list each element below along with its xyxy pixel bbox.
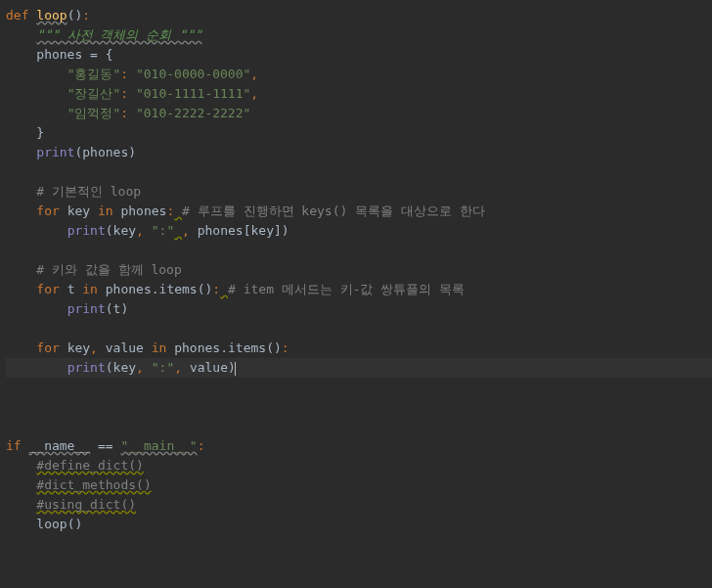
- code-line: "장길산": "010-1111-1111",: [6, 84, 712, 104]
- code-line: #dict_methods(): [6, 475, 712, 495]
- commented-call: #define_dict(): [36, 458, 144, 473]
- keyword-def: def: [6, 8, 28, 23]
- code-line: #using_dict(): [6, 495, 712, 515]
- code-line: if __name__ == "__main__":: [6, 436, 712, 456]
- comment: # 키와 값을 함께 loop: [36, 262, 181, 277]
- code-line: [6, 378, 712, 397]
- commented-call: #using_dict(): [36, 497, 136, 512]
- code-line: print(key, ":" , phones[key]): [6, 221, 712, 241]
- func-name: loop: [36, 8, 67, 23]
- code-line: """ 사전 객체의 순회 """: [6, 25, 712, 45]
- code-line: [6, 241, 712, 260]
- builtin-print: print: [36, 145, 74, 159]
- code-line: # 키와 값을 함께 loop: [6, 260, 712, 280]
- code-line: [6, 397, 712, 417]
- commented-call: #dict_methods(): [36, 477, 151, 492]
- code-line: }: [6, 123, 712, 143]
- code-line: [6, 162, 712, 182]
- code-line: loop(): [6, 515, 712, 534]
- code-line: [6, 319, 712, 339]
- code-line: for t in phones.items(): # item 메서드는 키-값…: [6, 280, 712, 299]
- code-line: "홍길동": "010-0000-0000",: [6, 65, 712, 84]
- code-line: print(t): [6, 299, 712, 319]
- code-line: def loop():: [6, 6, 712, 25]
- code-line-active: print(key, ":", value): [6, 358, 712, 378]
- code-line: phones = {: [6, 45, 712, 65]
- code-line: # 기본적인 loop: [6, 182, 712, 202]
- code-line: print(phones): [6, 143, 712, 162]
- code-line: [6, 417, 712, 436]
- code-editor[interactable]: def loop(): """ 사전 객체의 순회 """ phones = {…: [6, 6, 712, 534]
- code-line: #define_dict(): [6, 456, 712, 475]
- docstring: """ 사전 객체의 순회 """: [36, 27, 201, 42]
- code-line: "임꺽정": "010-2222-2222": [6, 104, 712, 123]
- code-line: for key, value in phones.items():: [6, 339, 712, 358]
- comment: # 루프를 진행하면 keys() 목록을 대상으로 한다: [182, 204, 485, 218]
- comment: # item 메서드는 키-값 쌍튜플의 목록: [228, 282, 465, 296]
- comment: # 기본적인 loop: [36, 184, 141, 199]
- cursor: [235, 362, 236, 376]
- code-line: for key in phones: # 루프를 진행하면 keys() 목록을…: [6, 202, 712, 221]
